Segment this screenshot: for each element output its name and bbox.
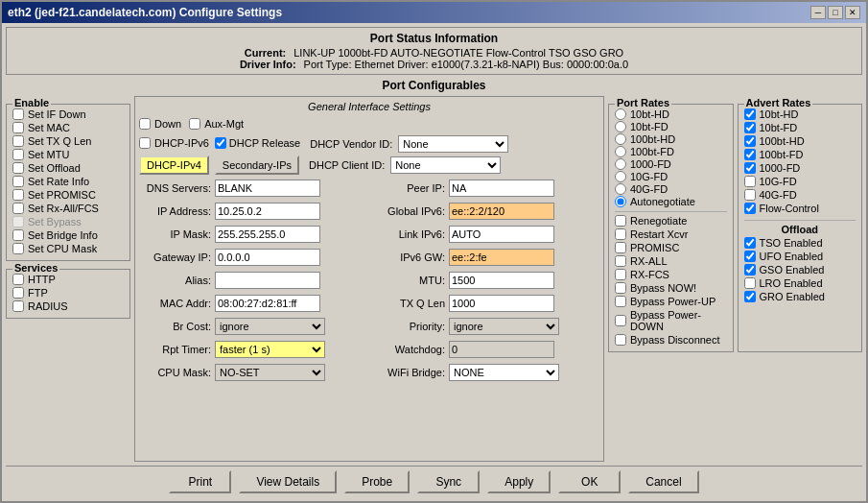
view-details-button[interactable]: View Details	[239, 470, 337, 493]
service-checkbox[interactable]	[12, 274, 24, 285]
port-rate-radio[interactable]	[615, 133, 626, 145]
advert-rate-label: 1000-FD	[760, 162, 801, 174]
offload-checkbox[interactable]	[744, 251, 756, 262]
wifi-bridge-select[interactable]: NONE	[449, 364, 559, 381]
priority-select[interactable]: ignore	[449, 318, 559, 335]
cpu-mask-label: CPU Mask:	[139, 367, 211, 378]
service-checkbox[interactable]	[12, 287, 24, 299]
peer-ip-input[interactable]	[449, 180, 554, 197]
offload-checkbox[interactable]	[744, 277, 756, 289]
enable-checkbox[interactable]	[12, 122, 24, 133]
port-rate-radio[interactable]	[615, 121, 626, 132]
port-feature-checkbox[interactable]	[615, 282, 626, 294]
port-feature-checkbox[interactable]	[615, 315, 626, 326]
dhcp-release-checkbox[interactable]	[215, 137, 226, 149]
offload-checkbox[interactable]	[744, 237, 756, 249]
aux-mgt-checkbox[interactable]	[189, 118, 200, 130]
port-feature-checkbox[interactable]	[615, 242, 626, 253]
cpu-mask-select[interactable]: NO-SET	[215, 364, 325, 381]
advert-rate-checkbox[interactable]	[744, 122, 756, 133]
enable-checkbox[interactable]	[12, 243, 24, 254]
down-checkbox[interactable]	[139, 118, 151, 130]
enable-checkbox[interactable]	[12, 203, 24, 214]
port-rate-radio[interactable]	[615, 171, 626, 182]
mtu-row: MTU:	[373, 270, 599, 291]
watchdog-input[interactable]	[449, 341, 554, 358]
alias-input[interactable]	[215, 272, 320, 289]
port-status-title: Port Status Information	[14, 32, 854, 45]
advert-rate-checkbox[interactable]	[744, 162, 756, 174]
advert-rate-checkbox[interactable]	[744, 149, 756, 160]
advert-rates-title: Advert Rates	[744, 97, 813, 108]
apply-button[interactable]: Apply	[487, 470, 551, 493]
dhcp-vendor-id-select[interactable]: None	[398, 135, 508, 153]
port-rate-radio[interactable]	[615, 196, 626, 207]
port-rate-radio[interactable]	[615, 183, 626, 195]
right-form-section: Peer IP: Global IPv6: Link IPv6: IP	[373, 178, 599, 383]
ip-mask-input[interactable]	[215, 226, 320, 243]
advert-rate-checkbox[interactable]	[744, 189, 756, 201]
enable-panel: Enable Set IF DownSet MACSet TX Q LenSet…	[6, 104, 130, 261]
enable-checkbox[interactable]	[12, 162, 24, 174]
dhcp-ipv4-button[interactable]: DHCP-IPv4	[139, 156, 209, 175]
global-ipv6-input[interactable]	[449, 203, 554, 220]
secondary-ips-button[interactable]: Secondary-IPs	[215, 156, 299, 175]
advert-rate-checkbox[interactable]	[744, 176, 756, 187]
enable-checkbox[interactable]	[12, 176, 24, 187]
ok-button[interactable]: OK	[558, 470, 621, 493]
rpt-timer-row: Rpt Timer: faster (1 s)	[139, 339, 365, 360]
enable-checkbox[interactable]	[12, 135, 24, 147]
gateway-ip-input[interactable]	[215, 249, 320, 266]
dhcp-ipv6-checkbox[interactable]	[139, 137, 151, 149]
main-area: Enable Set IF DownSet MACSet TX Q LenSet…	[6, 96, 862, 462]
port-feature-checkbox[interactable]	[615, 296, 626, 307]
center-panel: General Interface Settings Down Aux-Mgt	[134, 96, 604, 462]
advert-rate-checkbox[interactable]	[744, 135, 756, 147]
tx-q-len-label: TX Q Len	[373, 298, 445, 309]
port-rate-radio[interactable]	[615, 146, 626, 157]
port-feature-checkbox[interactable]	[615, 228, 626, 240]
dhcp-client-id-select[interactable]: None	[390, 156, 501, 174]
advert-rate-item: 1000-FD	[744, 162, 856, 174]
minimize-button[interactable]: ─	[810, 6, 826, 19]
mac-addr-input[interactable]	[215, 295, 320, 312]
port-feature-checkbox[interactable]	[615, 334, 626, 346]
tx-q-len-input[interactable]	[449, 295, 554, 312]
advert-rate-checkbox[interactable]	[744, 203, 756, 214]
offload-checkbox[interactable]	[744, 264, 756, 275]
enable-checkbox[interactable]	[12, 216, 24, 228]
service-checkbox[interactable]	[12, 300, 24, 312]
port-rate-radio[interactable]	[615, 158, 626, 170]
sync-button[interactable]: Sync	[417, 470, 480, 493]
offload-checkbox[interactable]	[744, 291, 756, 302]
port-feature-checkbox[interactable]	[615, 215, 626, 227]
rates-area: Port Rates 10bt-HD10bt-FD100bt-HD100bt-F…	[608, 96, 862, 356]
port-rate-item: 100bt-FD	[615, 146, 727, 157]
link-ipv6-input[interactable]	[449, 226, 554, 243]
rpt-timer-label: Rpt Timer:	[139, 344, 211, 355]
cancel-button[interactable]: Cancel	[628, 470, 698, 493]
port-feature-checkbox[interactable]	[615, 269, 626, 280]
port-feature-checkbox[interactable]	[615, 255, 626, 267]
enable-checkbox[interactable]	[12, 149, 24, 160]
ipv6-gw-input[interactable]	[449, 249, 554, 266]
enable-checkbox[interactable]	[12, 108, 24, 120]
port-rate-label: 40G-FD	[630, 183, 668, 195]
mtu-input[interactable]	[449, 272, 554, 289]
main-window: eth2 (jed-f21.candelatech.com) Configure…	[0, 0, 868, 503]
dns-servers-input[interactable]	[215, 180, 320, 197]
port-rate-label: Autonegotiate	[630, 196, 695, 207]
print-button[interactable]: Print	[169, 470, 231, 493]
rpt-timer-select[interactable]: faster (1 s)	[215, 341, 325, 358]
enable-checkbox[interactable]	[12, 189, 24, 201]
ip-address-input[interactable]	[215, 203, 320, 220]
advert-rate-checkbox[interactable]	[744, 108, 756, 120]
close-button[interactable]: ✕	[845, 6, 860, 19]
content-area: Port Status Information Current: LINK-UP…	[2, 23, 866, 501]
restore-button[interactable]: □	[828, 6, 843, 19]
offload-label: TSO Enabled	[760, 237, 823, 249]
br-cost-select[interactable]: ignore	[215, 318, 325, 335]
port-rate-radio[interactable]	[615, 108, 626, 120]
probe-button[interactable]: Probe	[344, 470, 410, 493]
enable-checkbox[interactable]	[12, 229, 24, 241]
